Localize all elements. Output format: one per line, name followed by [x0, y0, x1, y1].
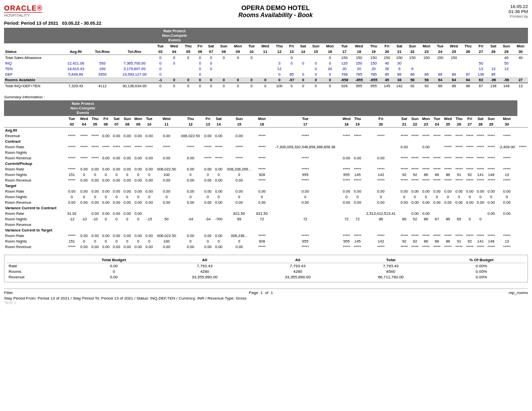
center-header: OPERA DEMO HOTEL Rooms Availability - Bo…: [42, 4, 508, 19]
summary-day-row: TueWedThu FriSatSunMon TueWedThu FriSatS…: [4, 116, 528, 122]
bottom-summary-table: Total Budget All All Total % Of Budget R…: [7, 257, 525, 280]
var-target-room-revenue-row: Room Revenue *****0.000.00 0.000.000.000…: [4, 244, 528, 250]
target-room-nights-row: Room Nights 000 0000 000 0000 000 0000 0…: [4, 194, 528, 200]
footer-main-line: Filter Page 1 of 1 rep_rooms: [4, 290, 528, 295]
period-line: Period: Period 13 of 2021 03.05.22 - 30.…: [4, 21, 528, 26]
rep-name: rep_rooms: [509, 290, 528, 295]
contract-room-revenue-row: Room Revenue *************** 0.000.000.0…: [4, 155, 528, 161]
current-room-revenue-row: Room Revenue *****0.000.00 0.000.000.000…: [4, 178, 528, 183]
var-contract-room-revenue-row: Room Revenue: [4, 222, 528, 227]
day-header-row: TueWedThu FriSatSunMon TueWedThu FriSatS…: [4, 43, 528, 49]
right-header: 16.05.22 01:36 PM Printed by: [508, 4, 528, 19]
target-room-revenue-row: Room Revenue 0.000.000.00 0.000.000.000.…: [4, 200, 528, 205]
summary-label: Summary Information :: [4, 95, 528, 99]
gray-header-row: Rate ProtectNon-CompeteEvents: [4, 28, 528, 43]
oracle-text: ORACLE: [4, 4, 37, 12]
contract-section-label: Contract: [4, 139, 528, 144]
rooms-available-row: Rooms Available -100 0000 000 -97000 -65…: [4, 77, 528, 83]
bottom-summary: Total Budget All All Total % Of Budget R…: [4, 255, 528, 282]
period-label: Period: Period 13 of 2021: [4, 21, 58, 26]
revenue-summary-row: Revenue 0.00 33,355,890.00 33,355,890.00…: [7, 274, 525, 280]
page-header: ORACLE® HOSPITALITY OPERA DEMO HOTEL Roo…: [4, 4, 528, 19]
rate-summary-row: Rate 0.00 7,793.43 7,793.43 7,793.43 0.0…: [7, 263, 525, 269]
def-row: DEF 5,848.69335019,593,127.00 0 0 0 8500…: [4, 72, 528, 77]
total-inq-def-ten-row: Total INQ+DEF+TEN 7,329.43411230,138,634…: [4, 83, 528, 89]
filter-label: Filter: [4, 290, 13, 295]
contract-room-rate-row: Room Rate *************** **************…: [4, 144, 528, 150]
main-availability-table: Rate ProtectNon-CompeteEvents TueWedThu …: [4, 28, 528, 89]
summary-table: Rate ProtectNon-CompeteEvents TueWedThu …: [4, 100, 528, 250]
var-contract-room-rate-row: Room Rate 31.020.00 0.000.000.000.00 821…: [4, 211, 528, 216]
var-contract-room-nights-row: Room Nights -12-10-10 0000 -1550-34 -34-…: [4, 216, 528, 222]
total-sales-row: Total Sales Allowance 000 0000 0 00 1501…: [4, 55, 528, 61]
variance-target-label: Variance Current to Target: [4, 227, 528, 233]
period-dates: 03.05.22 - 30.05.22: [62, 21, 101, 26]
hospitality-text: HOSPITALITY: [4, 12, 42, 18]
oracle-logo: ORACLE®: [4, 4, 42, 12]
footer-test: TEST 1: [4, 301, 528, 305]
inq-row: INQ 12,421.085937,365,700.00 00 00 3 000…: [4, 61, 528, 66]
date-display: 16.05.22: [508, 4, 528, 9]
page-info: Page 1 of 1: [249, 290, 273, 295]
contract-room-nights-row: Room Nights: [4, 150, 528, 155]
var-target-room-rate-row: Room Rate *****0.000.00 0.000.000.000.00…: [4, 233, 528, 239]
footer-stay-period: Stay Period From: Period 13 of 2021 / St…: [4, 296, 528, 301]
printed-by: Printed by: [508, 14, 528, 19]
current-room-nights-row: Room Nights 15100 0000 01000 000928 9559…: [4, 172, 528, 178]
rate-protect-header: Rate ProtectNon-CompeteEvents: [154, 28, 195, 43]
summary-gray-row: Rate ProtectNon-CompeteEvents: [4, 100, 528, 116]
date-header-row: Status Avg.Rt Tot.Rms Tot.Rev 030405 060…: [4, 49, 528, 55]
target-section-label: Target: [4, 183, 528, 189]
bottom-header-row: Total Budget All All Total % Of Budget: [7, 257, 525, 263]
hotel-name: OPERA DEMO HOTEL: [42, 4, 508, 12]
avgrt-revenue-row: Revenue *************** 0.000.000.000.00…: [4, 133, 528, 139]
variance-contract-label: Variance Current to Contract: [4, 205, 528, 211]
target-room-rate-row: Room Rate 0.000.000.00 0.000.000.000.00 …: [4, 189, 528, 194]
var-target-room-nights-row: Room Nights 15100 0000 01000 000928 9559…: [4, 239, 528, 244]
footer: Filter Page 1 of 1 rep_rooms Stay Period…: [4, 288, 528, 305]
ten-row: TEN 18,815.431693,179,807.00 0 00 12 020…: [4, 66, 528, 72]
logo-area: ORACLE® HOSPITALITY: [4, 4, 42, 18]
report-title: Rooms Availability - Book: [42, 12, 508, 19]
time-display: 01:36 PM: [508, 9, 528, 14]
current-room-rate-row: Room Rate *****0.000.00 0.000.000.000.00…: [4, 166, 528, 172]
summary-date-row: 030405 06070809 101112 13141516 171819 2…: [4, 122, 528, 128]
current-pickup-label: Current/Pickup: [4, 161, 528, 166]
avgrt-section-label: Avg.Rt: [4, 128, 528, 134]
rooms-summary-row: Rooms 0 4280 4280 8560 0.00%: [7, 269, 525, 274]
